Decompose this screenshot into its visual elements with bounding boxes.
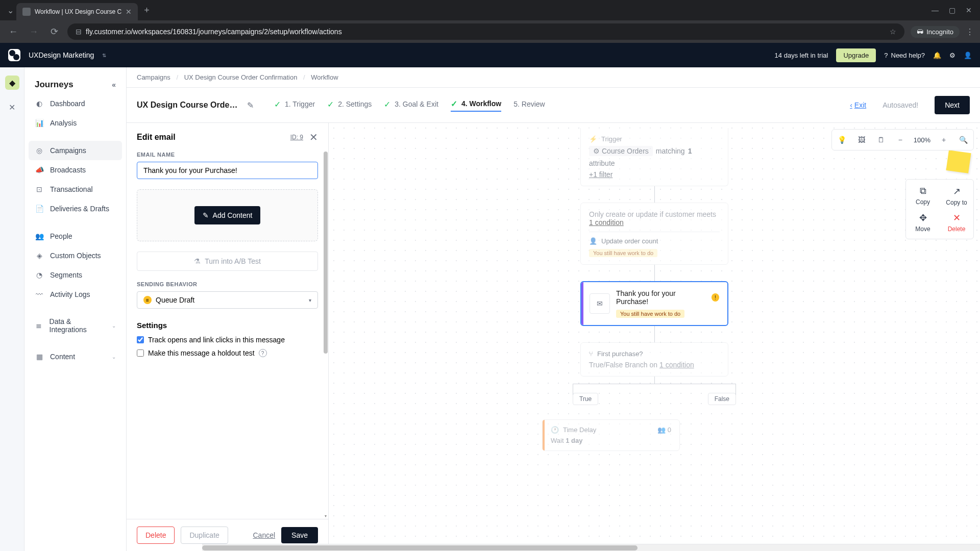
condition-link[interactable]: 1 condition	[589, 218, 624, 227]
browser-menu-icon[interactable]: ⋮	[966, 27, 974, 37]
notifications-icon[interactable]: 🔔	[933, 52, 941, 59]
workspace-name[interactable]: UXDesign Marketing	[29, 51, 94, 59]
close-tab-icon[interactable]: ✕	[126, 8, 132, 16]
holdout-checkbox-row[interactable]: Make this message a holdout test ?	[137, 349, 318, 357]
url-bar[interactable]: ⊟ fly.customer.io/workspaces/160831/jour…	[67, 23, 904, 40]
browser-tab[interactable]: Workflow | UX Design Course C ✕	[16, 3, 138, 20]
scroll-down-icon[interactable]: ▾	[323, 514, 328, 519]
product-rail: ◆ ✕	[0, 67, 24, 551]
settings-icon[interactable]: ⚙	[949, 52, 955, 59]
palette-copy-to-button[interactable]: ↗Copy to	[944, 184, 969, 208]
sidebar-item-dashboard[interactable]: ◐Dashboard	[29, 94, 122, 113]
breadcrumb-campaign-name[interactable]: UX Design Course Order Confirmation	[184, 73, 298, 81]
delete-button[interactable]: Delete	[137, 527, 175, 544]
email-name-input[interactable]	[137, 162, 318, 179]
steps-bar: UX Design Course Order Confir... ✎ ✓1. T…	[127, 88, 980, 123]
zoom-out-icon[interactable]: −	[892, 132, 909, 148]
minimize-icon[interactable]: —	[932, 6, 939, 14]
copy-icon: ⧉	[920, 186, 926, 196]
add-content-button[interactable]: ✎Add Content	[194, 206, 261, 224]
paper-icon: 📄	[35, 204, 44, 213]
sidebar-item-people[interactable]: 👥People	[29, 227, 122, 246]
email-id-link[interactable]: ID: 9	[290, 134, 303, 141]
sending-behavior-select[interactable]: ≡ Queue Draft ▾	[137, 291, 318, 309]
sidebar-item-transactional[interactable]: ⊡Transactional	[29, 180, 122, 199]
close-panel-icon[interactable]: ✕	[309, 131, 318, 143]
chart-icon: 📊	[35, 118, 44, 128]
sidebar-item-broadcasts[interactable]: 📣Broadcasts	[29, 160, 122, 180]
trigger-node[interactable]: ⚡Trigger ⚙Course Orders matching 1 attri…	[580, 128, 728, 186]
bookmark-icon[interactable]: ☆	[890, 28, 896, 36]
breadcrumb-campaigns[interactable]: Campaigns	[137, 73, 170, 81]
scrollbar-thumb[interactable]	[324, 152, 328, 354]
branch-condition-link[interactable]: 1 condition	[659, 361, 694, 369]
next-button[interactable]: Next	[935, 96, 970, 114]
back-button[interactable]: ←	[6, 27, 20, 37]
step-workflow[interactable]: ✓4. Workflow	[451, 99, 501, 112]
track-opens-checkbox-row[interactable]: Track opens and link clicks in this mess…	[137, 336, 318, 344]
idea-tool-icon[interactable]: 💡	[834, 132, 850, 148]
track-opens-checkbox[interactable]	[137, 336, 144, 343]
zoom-in-icon[interactable]: +	[936, 132, 952, 148]
maximize-icon[interactable]: ▢	[949, 6, 955, 14]
workflow-canvas[interactable]: 💡 🖼 🗒 − 100% + 🔍 ⧉Copy ↗Copy to ✥Move	[329, 123, 980, 551]
holdout-checkbox[interactable]	[137, 349, 144, 357]
browser-tab-strip: ⌄ Workflow | UX Design Course C ✕ + — ▢ …	[0, 0, 980, 20]
chevron-down-icon: ▾	[309, 297, 311, 303]
palette-delete-button[interactable]: ✕Delete	[944, 210, 969, 235]
image-tool-icon[interactable]: 🖼	[853, 132, 870, 148]
settings-heading: Settings	[137, 321, 318, 330]
sidebar-item-data-integrations[interactable]: ≣Data & Integrations⌄	[29, 312, 122, 339]
workspace-chevron-icon[interactable]: ⇅	[102, 53, 106, 58]
upgrade-button[interactable]: Upgrade	[836, 48, 876, 62]
note-tool-icon[interactable]: 🗒	[873, 132, 889, 148]
duplicate-button[interactable]: Duplicate	[181, 527, 228, 544]
incognito-badge[interactable]: 🕶 Incognito	[911, 26, 960, 38]
site-info-icon[interactable]: ⊟	[76, 28, 82, 36]
update-node[interactable]: Only create or update if customer meets …	[580, 203, 728, 265]
sidebar-item-content[interactable]: ▦Content⌄	[29, 347, 122, 366]
step-review[interactable]: 5. Review	[513, 99, 545, 112]
sticky-note[interactable]	[946, 150, 971, 173]
reload-button[interactable]: ⟳	[47, 26, 61, 37]
filter-link[interactable]: +1 filter	[589, 170, 612, 179]
help-link[interactable]: ?Need help?	[884, 52, 925, 59]
step-settings[interactable]: ✓2. Settings	[327, 99, 372, 112]
sidebar-item-segments[interactable]: ◔Segments	[29, 265, 122, 285]
account-icon[interactable]: 👤	[964, 52, 972, 59]
help-tooltip-icon[interactable]: ?	[259, 349, 267, 357]
sidebar-title: Journeys «	[29, 76, 122, 94]
sidebar-item-campaigns[interactable]: ◎Campaigns	[29, 141, 122, 160]
email-node[interactable]: ✉ Thank you for your Purchase!! You stil…	[580, 281, 728, 326]
palette-copy-button[interactable]: ⧉Copy	[910, 184, 936, 208]
horizontal-scrollbar[interactable]	[202, 544, 980, 551]
branch-node[interactable]: ⑂First purchase? True/False Branch on 1 …	[580, 342, 728, 377]
sidebar-item-activity-logs[interactable]: 〰Activity Logs	[29, 285, 122, 304]
palette-move-button[interactable]: ✥Move	[910, 210, 936, 235]
panel-scrollbar[interactable]: ▴ ▾	[323, 152, 328, 519]
campaign-title: UX Design Course Order Confir...	[137, 101, 239, 110]
collapse-sidebar-icon[interactable]: «	[112, 81, 116, 89]
step-trigger[interactable]: ✓1. Trigger	[274, 99, 315, 112]
rail-other-icon[interactable]: ✕	[5, 100, 19, 114]
tab-favicon	[22, 8, 31, 16]
time-delay-node[interactable]: 🕐 Time Delay 👥0 Wait 1 day	[542, 419, 680, 451]
step-goal-exit[interactable]: ✓3. Goal & Exit	[384, 99, 438, 112]
search-icon[interactable]: 🔍	[955, 132, 971, 148]
database-icon: ≣	[35, 321, 43, 330]
sidebar-item-custom-objects[interactable]: ◈Custom Objects	[29, 246, 122, 265]
cancel-button[interactable]: Cancel	[253, 531, 275, 539]
close-window-icon[interactable]: ✕	[966, 6, 972, 14]
tab-search-dropdown[interactable]: ⌄	[4, 4, 16, 16]
ab-test-button[interactable]: ⚗Turn into A/B Test	[137, 252, 318, 271]
scrollbar-thumb[interactable]	[202, 545, 638, 550]
save-button[interactable]: Save	[281, 527, 318, 543]
app-logo[interactable]	[8, 49, 20, 61]
edit-name-icon[interactable]: ✎	[247, 101, 254, 110]
new-tab-button[interactable]: +	[138, 5, 156, 16]
sidebar-item-deliveries[interactable]: 📄Deliveries & Drafts	[29, 199, 122, 218]
exit-link[interactable]: ‹Exit	[850, 101, 866, 109]
rail-journeys-icon[interactable]: ◆	[5, 76, 19, 90]
forward-button[interactable]: →	[27, 27, 41, 37]
sidebar-item-analysis[interactable]: 📊Analysis	[29, 113, 122, 133]
